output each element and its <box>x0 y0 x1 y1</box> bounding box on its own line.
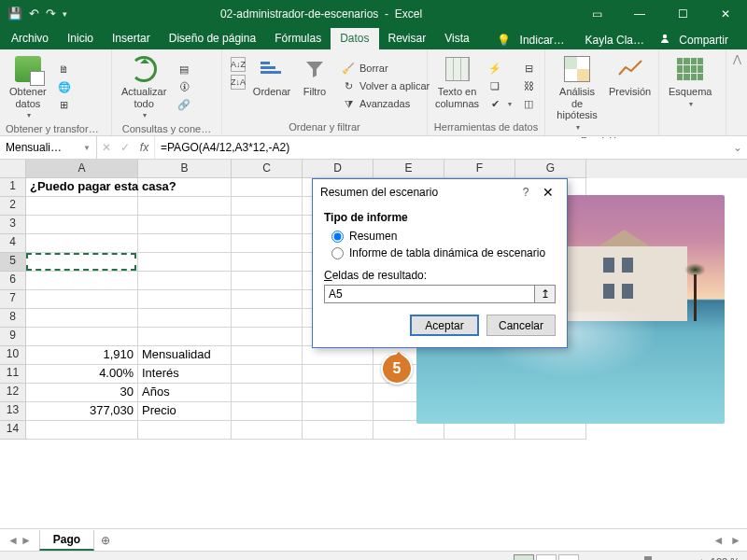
row-header-1[interactable]: 1 <box>0 178 26 197</box>
tab-diseno[interactable]: Diseño de página <box>160 28 265 49</box>
view-normal-icon[interactable] <box>514 554 534 561</box>
sheet-nav-prev-icon[interactable]: ◄ <box>7 534 19 547</box>
cell-B11[interactable] <box>138 234 232 253</box>
close-icon[interactable]: ✕ <box>704 0 747 27</box>
ok-button[interactable]: Aceptar <box>410 315 479 336</box>
remove-dups-button[interactable]: ❏ <box>485 77 514 94</box>
radio-summary-input[interactable] <box>331 231 344 243</box>
cell-A8[interactable] <box>26 290 138 309</box>
cell-B8[interactable] <box>138 290 232 309</box>
what-if-button[interactable]: Análisis dehipótesis <box>551 52 603 133</box>
data-model-button[interactable]: ◫ <box>518 95 539 112</box>
cell-A5[interactable]: 1,910 <box>26 346 138 365</box>
from-text-button[interactable]: 🗎 <box>54 61 75 77</box>
cell-C8[interactable] <box>232 290 303 309</box>
save-icon[interactable]: 💾 <box>7 7 22 21</box>
cell-B4[interactable]: Interés <box>138 365 232 384</box>
row-header-7[interactable]: 7 <box>0 290 26 309</box>
cell-B12[interactable] <box>138 216 232 234</box>
row-header-8[interactable]: 8 <box>0 309 26 328</box>
column-header-B[interactable]: B <box>138 160 232 178</box>
row-header-3[interactable]: 3 <box>0 216 26 234</box>
hscroll-left-icon[interactable]: ◄ <box>713 534 725 547</box>
row-header-4[interactable]: 4 <box>0 234 26 253</box>
tab-inicio[interactable]: Inicio <box>58 28 103 49</box>
cell-A11[interactable] <box>26 234 138 253</box>
tab-revisar[interactable]: Revisar <box>379 28 436 49</box>
cell-A6[interactable] <box>26 328 138 346</box>
get-data-button[interactable]: Obtenerdatos <box>6 52 50 121</box>
sheet-nav-next-icon[interactable]: ► <box>21 534 32 547</box>
advanced-filter-button[interactable]: ⧩Avanzadas <box>338 95 432 112</box>
cell-A1[interactable] <box>26 421 138 440</box>
row-header-14[interactable]: 14 <box>0 421 26 440</box>
row-header-2[interactable]: 2 <box>0 197 26 216</box>
row-header-10[interactable]: 10 <box>0 346 26 365</box>
cell-B1[interactable] <box>138 421 232 440</box>
cell-A13[interactable] <box>26 197 138 216</box>
sort-desc-button[interactable]: Z↓A <box>228 74 248 91</box>
maximize-icon[interactable]: ☐ <box>661 0 704 27</box>
cell-A1-overflow[interactable]: ¿Puedo pagar esta casa? <box>26 178 232 197</box>
column-header-F[interactable]: F <box>444 160 515 178</box>
minimize-icon[interactable]: — <box>618 0 661 27</box>
account-user[interactable]: Kayla Cla… <box>580 31 650 49</box>
cell-C3[interactable] <box>232 384 303 402</box>
cell-B10[interactable] <box>138 253 232 272</box>
tell-me[interactable]: 💡 Indicar… <box>491 31 575 49</box>
name-box[interactable]: Mensuali…▼ <box>0 136 97 159</box>
edit-links-button[interactable]: 🔗 <box>174 96 194 113</box>
cell-D3[interactable] <box>303 384 374 402</box>
cell-C13[interactable] <box>232 197 303 216</box>
collapse-ribbon-icon[interactable]: ⋀ <box>726 49 747 135</box>
cell-C12[interactable] <box>232 216 303 234</box>
redo-icon[interactable]: ↷ <box>46 7 56 21</box>
cell-B5[interactable]: Mensualidad <box>138 346 232 365</box>
hscroll-right-icon[interactable]: ► <box>730 534 741 547</box>
column-header-D[interactable]: D <box>303 160 374 178</box>
cell-C6[interactable] <box>232 328 303 346</box>
sort-asc-button[interactable]: A↓Z <box>228 56 248 73</box>
radio-pivot-input[interactable] <box>331 247 344 259</box>
tab-insertar[interactable]: Insertar <box>103 28 160 49</box>
cell-A7[interactable] <box>26 309 138 328</box>
expand-formula-icon[interactable]: ⌄ <box>728 136 747 159</box>
flash-fill-button[interactable]: ⚡ <box>485 60 514 77</box>
cell-D1[interactable] <box>303 421 374 440</box>
cell-B13[interactable] <box>138 197 232 216</box>
column-header-E[interactable]: E <box>374 160 444 178</box>
zoom-in-icon[interactable]: + <box>698 556 704 561</box>
cell-A12[interactable] <box>26 216 138 234</box>
cell-B3[interactable]: Años <box>138 384 232 402</box>
properties-button[interactable]: 🛈 <box>174 78 194 95</box>
fx-icon[interactable]: fx <box>134 136 155 159</box>
new-sheet-icon[interactable]: ⊕ <box>94 534 117 547</box>
cell-B2[interactable]: Precio <box>138 402 232 421</box>
tab-formulas[interactable]: Fórmulas <box>265 28 331 49</box>
cell-A10[interactable] <box>26 253 138 272</box>
cell-C11[interactable] <box>232 234 303 253</box>
column-header-A[interactable]: A <box>26 160 138 178</box>
cell-A3[interactable]: 30 <box>26 384 138 402</box>
text-to-columns-button[interactable]: Texto encolumnas <box>433 52 481 119</box>
cell-F1[interactable] <box>444 421 515 440</box>
from-web-button[interactable]: 🌐 <box>54 78 75 95</box>
undo-icon[interactable]: ↶ <box>29 7 39 21</box>
tab-archivo[interactable]: Archivo <box>2 28 58 49</box>
share-button[interactable]: Compartir <box>654 30 740 49</box>
data-validation-button[interactable]: ✔ <box>485 95 514 112</box>
radio-pivot[interactable]: Informe de tabla dinámica de escenario <box>324 245 556 261</box>
select-all-cells[interactable] <box>0 160 26 178</box>
cell-C14[interactable] <box>232 178 303 197</box>
radio-summary[interactable]: Resumen <box>324 228 556 245</box>
cell-C1[interactable] <box>232 421 303 440</box>
cell-D4[interactable] <box>303 365 374 384</box>
cell-A2[interactable]: 377,030 <box>26 402 138 421</box>
cancel-button[interactable]: Cancelar <box>486 315 556 336</box>
row-header-11[interactable]: 11 <box>0 365 26 384</box>
cell-C7[interactable] <box>232 309 303 328</box>
dialog-help-icon[interactable]: ? <box>514 186 537 199</box>
range-picker-icon[interactable]: ↥ <box>534 286 555 302</box>
cell-C10[interactable] <box>232 253 303 272</box>
sort-button[interactable]: Ordenar <box>252 52 291 119</box>
